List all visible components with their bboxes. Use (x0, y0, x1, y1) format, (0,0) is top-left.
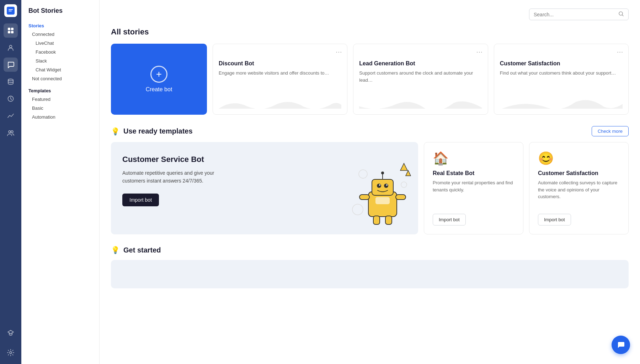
icon-nav (0, 0, 21, 364)
nav-team[interactable] (4, 126, 18, 140)
import-bot-button-realestate[interactable]: Import bot (433, 214, 466, 226)
nav-database[interactable] (4, 75, 18, 89)
discount-bot-title: Discount Bot (219, 60, 341, 67)
lead-bot-desc: Support customers around the clock and a… (359, 70, 482, 83)
svg-point-16 (379, 184, 380, 186)
svg-rect-20 (359, 195, 369, 200)
templates-section: 💡 Use ready templates Check more Custome… (111, 126, 629, 234)
get-started-card (111, 260, 629, 288)
svg-marker-26 (406, 170, 411, 176)
svg-point-6 (8, 79, 13, 81)
main-content: All stories + Create bot ··· Discount Bo… (100, 0, 640, 364)
svg-rect-23 (385, 216, 392, 224)
create-plus-icon: + (150, 66, 167, 83)
card-menu-discount[interactable]: ··· (336, 48, 342, 56)
svg-rect-3 (8, 31, 10, 33)
discount-bot-desc: Engage more website visitors and offer d… (219, 70, 341, 77)
import-bot-button-featured[interactable]: Import bot (122, 194, 159, 206)
svg-point-29 (401, 182, 407, 188)
card-menu-lead[interactable]: ··· (476, 48, 483, 56)
sidebar-stories-label[interactable]: Stories (21, 20, 99, 30)
svg-point-17 (386, 184, 388, 186)
template-realestate-card: 🏠 Real Estate Bot Promote your rental pr… (424, 142, 523, 234)
realestate-title: Real Estate Bot (433, 170, 514, 176)
svg-rect-1 (8, 28, 10, 30)
search-icon (618, 11, 624, 18)
sidebar-livechat[interactable]: LiveChat (21, 39, 99, 48)
svg-marker-25 (400, 163, 407, 170)
get-started-title: 💡 Get started (111, 246, 629, 254)
sidebar-templates-header: Templates (21, 83, 99, 95)
svg-point-28 (352, 204, 363, 215)
svg-point-5 (10, 45, 12, 48)
bulb-icon-2: 💡 (111, 246, 120, 254)
create-bot-card[interactable]: + Create bot (111, 44, 207, 115)
sidebar-connected[interactable]: Connected (21, 30, 99, 39)
templates-header: 💡 Use ready templates Check more (111, 126, 629, 136)
nav-chat[interactable] (4, 58, 18, 72)
sidebar-not-connected[interactable]: Not connected (21, 74, 99, 83)
svg-rect-24 (375, 197, 390, 204)
bot-card-discount: ··· Discount Bot Engage more website vis… (213, 44, 347, 115)
svg-point-14 (377, 184, 381, 188)
custsatisfaction-desc: Automate collecting surveys to capture t… (538, 179, 620, 207)
svg-point-27 (359, 170, 367, 178)
svg-rect-2 (11, 28, 14, 30)
svg-point-10 (10, 352, 12, 354)
templates-grid: Customer Service Bot Automate repetitive… (111, 142, 629, 234)
realestate-icon: 🏠 (433, 151, 514, 166)
sidebar-basic[interactable]: Basic (21, 104, 99, 113)
bot-card-lead: ··· Lead Generation Bot Support customer… (353, 44, 488, 115)
sidebar-slack[interactable]: Slack (21, 56, 99, 65)
check-more-button[interactable]: Check more (592, 126, 629, 136)
satisfaction-bot-wave (500, 94, 623, 109)
satisfaction-bot-desc: Find out what your customers think about… (500, 70, 623, 77)
get-started-section: 💡 Get started (111, 246, 629, 288)
featured-desc: Automate repetitive queries and give you… (122, 169, 222, 185)
nav-dashboard[interactable] (4, 23, 18, 38)
bot-cards-row: + Create bot ··· Discount Bot Engage mor… (111, 44, 629, 115)
lead-bot-title: Lead Generation Bot (359, 60, 482, 67)
card-menu-satisfaction[interactable]: ··· (617, 48, 623, 56)
nav-academy[interactable] (4, 326, 18, 340)
svg-rect-21 (396, 195, 406, 200)
bulb-icon: 💡 (111, 127, 120, 136)
templates-title-row: 💡 Use ready templates (111, 127, 193, 136)
create-bot-label: Create bot (146, 86, 172, 93)
templates-title: Use ready templates (123, 127, 193, 135)
svg-point-19 (381, 172, 384, 174)
sidebar-title: Bot Stories (21, 7, 99, 20)
template-custsatisfaction-card: 😊 Customer Satisfaction Automate collect… (529, 142, 629, 234)
svg-rect-22 (373, 216, 380, 224)
realestate-desc: Promote your rental properties and find … (433, 179, 514, 207)
float-chat-button[interactable] (612, 336, 630, 354)
template-featured-card: Customer Service Bot Automate repetitive… (111, 142, 418, 234)
sidebar-automation[interactable]: Automation (21, 113, 99, 121)
svg-rect-13 (372, 179, 393, 195)
sidebar-chat-widget[interactable]: Chat Widget (21, 65, 99, 74)
nav-clock[interactable] (4, 92, 18, 106)
import-bot-button-custsatisfaction[interactable]: Import bot (538, 214, 571, 226)
featured-title: Customer Service Bot (122, 155, 222, 164)
custsatisfaction-icon: 😊 (538, 151, 620, 166)
nav-users[interactable] (4, 40, 18, 55)
nav-settings[interactable] (4, 346, 18, 360)
featured-illustration (343, 156, 418, 234)
sidebar: Bot Stories Stories Connected LiveChat F… (21, 0, 100, 364)
discount-bot-wave (219, 94, 341, 109)
top-bar (111, 9, 629, 20)
svg-point-9 (11, 131, 13, 133)
bot-card-satisfaction: ··· Customer Satisfaction Find out what … (494, 44, 629, 115)
svg-point-15 (384, 184, 388, 188)
search-input[interactable] (534, 12, 615, 17)
svg-point-8 (9, 131, 11, 133)
svg-rect-4 (11, 31, 14, 33)
nav-analytics[interactable] (4, 109, 18, 123)
satisfaction-bot-title: Customer Satisfaction (500, 60, 623, 67)
sidebar-featured[interactable]: Featured (21, 95, 99, 104)
app-logo[interactable] (4, 4, 17, 17)
sidebar-facebook[interactable]: Facebook (21, 48, 99, 56)
lead-bot-wave (359, 94, 482, 109)
search-container (529, 9, 629, 20)
all-stories-title: All stories (111, 27, 629, 37)
